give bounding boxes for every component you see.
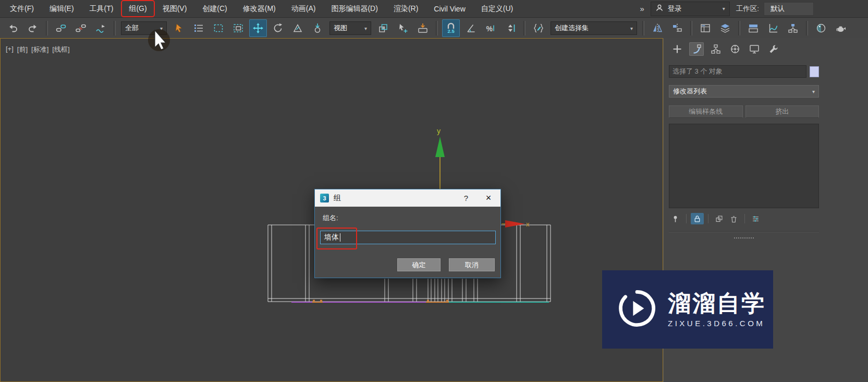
- text-caret: [340, 233, 340, 242]
- group-dialog-titlebar[interactable]: 3 组 ? ×: [315, 189, 500, 207]
- menu-modifiers[interactable]: 修改器(M): [235, 0, 284, 17]
- toolbar-separator: [436, 21, 438, 35]
- object-name-field[interactable]: 选择了 3 个 对象: [669, 65, 806, 78]
- hierarchy-tab-icon[interactable]: [708, 42, 723, 56]
- toolbar-overflow-chevron[interactable]: »: [640, 4, 644, 13]
- selection-filter-dropdown[interactable]: 全部▾: [121, 21, 167, 35]
- select-and-link-icon[interactable]: [52, 19, 70, 37]
- toolbar-separator: [806, 21, 808, 35]
- mirror-icon[interactable]: [649, 19, 666, 37]
- named-selection-sets-dropdown[interactable]: 创建选择集▾: [551, 21, 637, 35]
- edit-named-selection-sets-icon[interactable]: [530, 19, 547, 37]
- stack-toolbar-separator: [708, 214, 708, 223]
- scene-explorer-icon[interactable]: [696, 19, 714, 37]
- pin-stack-icon[interactable]: [669, 213, 682, 224]
- display-tab-icon[interactable]: [747, 42, 762, 56]
- layer-manager-icon[interactable]: [716, 19, 734, 37]
- object-color-swatch[interactable]: [810, 66, 819, 77]
- viewport-label: [+] [前] [标准] [线框]: [6, 45, 70, 54]
- stack-toolbar-separator: [686, 214, 687, 223]
- menu-civil-view[interactable]: Civil View: [426, 0, 473, 17]
- watermark-title: 溜溜自学: [668, 291, 766, 315]
- toolbar-separator: [642, 21, 644, 35]
- viewport-menu-style[interactable]: [标准]: [31, 45, 48, 54]
- bind-to-spacewarp-icon[interactable]: [92, 19, 109, 37]
- select-and-rotate-icon[interactable]: [269, 19, 287, 37]
- modify-panel: 选择了 3 个 对象 修改器列表 ▾ 编辑样条线 挤出: [669, 65, 819, 238]
- select-object-icon[interactable]: [170, 19, 188, 37]
- ok-button[interactable]: 确定: [397, 258, 441, 271]
- 3dsmax-window: 文件(F)编辑(E)工具(T)组(G)视图(V)创建(C)修改器(M)动画(A)…: [0, 0, 868, 382]
- percent-snap-icon[interactable]: %: [482, 19, 499, 37]
- menu-customize[interactable]: 自定义(U): [473, 0, 521, 17]
- select-and-move-icon[interactable]: [249, 19, 267, 37]
- curve-editor-icon[interactable]: [764, 19, 782, 37]
- redo-icon[interactable]: [24, 19, 42, 37]
- make-unique-icon[interactable]: [713, 213, 726, 224]
- snap-toggle-2-5-icon[interactable]: 2.5: [442, 19, 460, 37]
- menu-views[interactable]: 视图(V): [155, 0, 195, 17]
- utilities-tab-icon[interactable]: [766, 42, 781, 56]
- menu-file[interactable]: 文件(F): [2, 0, 42, 17]
- use-pivot-point-center-icon[interactable]: [374, 19, 392, 37]
- dialog-title: 组: [334, 194, 341, 203]
- rollout-drag-handle[interactable]: [734, 237, 754, 238]
- toolbar-separator: [690, 21, 692, 35]
- select-by-name-icon[interactable]: [190, 19, 207, 37]
- signin-menu[interactable]: 登录 ▾: [651, 2, 730, 16]
- x-axis-label: x: [526, 220, 530, 228]
- modify-tab-icon[interactable]: [689, 42, 704, 56]
- chevron-down-icon: ▾: [812, 89, 815, 94]
- menu-edit[interactable]: 编辑(E): [42, 0, 82, 17]
- unlink-selection-icon[interactable]: [72, 19, 90, 37]
- menu-rendering[interactable]: 渲染(R): [386, 0, 426, 17]
- select-and-manipulate-icon[interactable]: [394, 19, 412, 37]
- group-name-input[interactable]: 墙体: [320, 231, 496, 244]
- toolbar-separator: [114, 21, 116, 35]
- workspace-value-dropdown[interactable]: 默认: [764, 2, 814, 16]
- extrude-stack-entry[interactable]: 挤出: [745, 105, 820, 118]
- menu-group[interactable]: 组(G): [121, 0, 154, 17]
- dialog-close-button[interactable]: ×: [476, 189, 500, 207]
- viewport-menu-shading[interactable]: [线框]: [52, 45, 69, 54]
- stack-toolbar-separator: [744, 214, 745, 223]
- viewport-menu-view[interactable]: [前]: [17, 45, 28, 54]
- cancel-button[interactable]: 取消: [449, 258, 495, 271]
- spinner-snap-icon[interactable]: [502, 19, 519, 37]
- viewport-menu-general[interactable]: [+]: [6, 45, 14, 54]
- create-tab-icon[interactable]: [670, 42, 684, 56]
- angle-snap-icon[interactable]: [462, 19, 480, 37]
- motion-tab-icon[interactable]: [728, 42, 742, 56]
- render-setup-icon[interactable]: [832, 19, 850, 37]
- menu-bar: 文件(F)编辑(E)工具(T)组(G)视图(V)创建(C)修改器(M)动画(A)…: [0, 0, 868, 18]
- edit-spline-stack-entry[interactable]: 编辑样条线: [669, 105, 743, 118]
- modifier-list-dropdown[interactable]: 修改器列表 ▾: [669, 85, 819, 98]
- group-name-label: 组名:: [323, 213, 338, 223]
- toolbar-separator: [523, 21, 525, 35]
- modifier-stack-list[interactable]: [669, 124, 819, 208]
- window-crossing-icon[interactable]: [229, 19, 247, 37]
- material-editor-icon[interactable]: [812, 19, 830, 37]
- show-end-result-icon[interactable]: [691, 213, 704, 224]
- ribbon-toggle-icon[interactable]: [744, 19, 762, 37]
- menu-graph-editors[interactable]: 图形编辑器(D): [323, 0, 385, 17]
- select-and-place-icon[interactable]: [309, 19, 326, 37]
- menu-tools[interactable]: 工具(T): [82, 0, 121, 17]
- schematic-view-icon[interactable]: [784, 19, 802, 37]
- align-icon[interactable]: [668, 19, 686, 37]
- user-icon: [655, 4, 664, 14]
- 3dsmax-app-icon: 3: [320, 194, 329, 202]
- configure-modifier-sets-icon[interactable]: [749, 213, 762, 224]
- select-and-scale-icon[interactable]: [289, 19, 307, 37]
- keyboard-shortcut-override-icon[interactable]: [414, 19, 432, 37]
- menu-animation[interactable]: 动画(A): [284, 0, 324, 17]
- menu-create[interactable]: 创建(C): [194, 0, 235, 17]
- dialog-help-button[interactable]: ?: [456, 189, 476, 207]
- watermark: 溜溜自学 ZIXUE.3D66.COM: [602, 270, 773, 349]
- reference-coordinate-dropdown[interactable]: 视图▾: [329, 21, 371, 35]
- menu-items: 文件(F)编辑(E)工具(T)组(G)视图(V)创建(C)修改器(M)动画(A)…: [0, 0, 521, 17]
- undo-icon[interactable]: [4, 19, 22, 37]
- remove-modifier-icon[interactable]: [727, 213, 740, 224]
- rectangular-selection-icon[interactable]: [210, 19, 227, 37]
- svg-text:%: %: [486, 25, 493, 33]
